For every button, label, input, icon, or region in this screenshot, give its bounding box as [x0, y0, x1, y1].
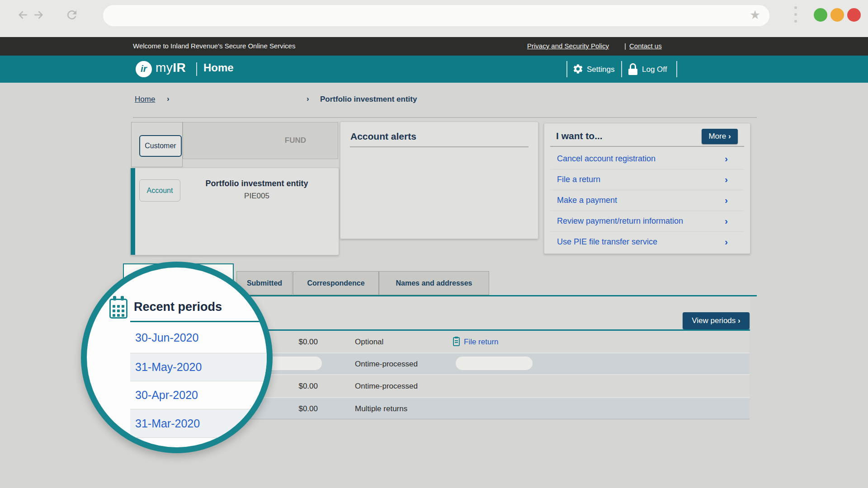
more-label: More	[708, 132, 726, 141]
header-divider	[196, 62, 197, 76]
browser-toolbar: ★	[0, 0, 868, 38]
menu-item-review-payment-return[interactable]: Review payment/return information	[557, 216, 683, 226]
menu-item-cancel-registration[interactable]: Cancel account registration	[557, 154, 656, 164]
logoff-button[interactable]: Log Off	[642, 65, 667, 74]
header-divider	[566, 61, 567, 77]
i-want-to-rule	[550, 146, 744, 147]
reload-icon[interactable]	[65, 8, 79, 22]
banner-separator: |	[624, 42, 626, 50]
ir-logo-icon: ir	[136, 61, 152, 77]
privacy-policy-link[interactable]: Privacy and Security Policy	[527, 42, 609, 50]
contact-us-link[interactable]: Contact us	[629, 42, 662, 50]
page-title: Home	[203, 61, 234, 74]
view-periods-button[interactable]: View periods ›	[683, 312, 750, 329]
account-card-stripe	[131, 168, 135, 255]
period-status: Optional	[355, 338, 383, 347]
file-return-link[interactable]: File return	[464, 338, 499, 347]
header-divider	[621, 61, 622, 77]
breadcrumb-home-link[interactable]: Home	[135, 95, 155, 104]
window-control-green[interactable]	[814, 8, 827, 22]
account-alerts-title: Account alerts	[350, 131, 416, 142]
window-control-yellow[interactable]	[830, 8, 844, 22]
period-date-link[interactable]: 31-Mar-2020	[130, 409, 267, 437]
brand-my: my	[156, 61, 173, 75]
brand-ir: IR	[173, 61, 186, 75]
period-date[interactable]: 31-Mar-2020	[135, 417, 200, 430]
menu-separator	[550, 190, 744, 190]
i-want-to-card: I want to... More › Cancel account regis…	[544, 123, 750, 254]
menu-separator	[550, 169, 744, 169]
view-periods-label: View periods	[692, 316, 736, 325]
account-alerts-rule	[350, 146, 528, 147]
myir-brand: myIR	[156, 61, 186, 75]
magnifier-circle: Recent periods 30-Jun-2020 31-May-2020 3…	[81, 262, 273, 453]
redacted-value	[456, 357, 533, 370]
period-status: Multiple returns	[355, 404, 407, 413]
row-separator	[130, 437, 267, 438]
address-bar[interactable]	[103, 5, 769, 26]
menu-item-file-return[interactable]: File a return	[557, 175, 600, 184]
chevron-right-icon: ›	[725, 153, 728, 164]
breadcrumb-current: Portfolio investment entity	[320, 95, 417, 104]
period-date-link[interactable]: 31-May-2020	[130, 353, 267, 381]
calendar-icon	[109, 299, 127, 319]
menu-item-make-payment[interactable]: Make a payment	[557, 196, 617, 205]
menu-separator	[550, 211, 744, 211]
fund-tab[interactable]: FUND	[183, 122, 338, 159]
account-code: PIE005	[182, 192, 331, 201]
settings-button[interactable]: Settings	[587, 65, 614, 74]
browser-menu-icon[interactable]	[794, 6, 797, 27]
account-name: Portfolio investment entity	[182, 179, 331, 188]
breadcrumb-chevron-icon: ›	[167, 94, 170, 103]
more-button[interactable]: More ›	[702, 129, 738, 144]
breadcrumb-rule	[133, 117, 757, 118]
period-status: Ontime-processed	[355, 382, 418, 391]
customer-button[interactable]: Customer	[139, 135, 182, 157]
clipboard-icon	[453, 337, 460, 346]
period-date-link[interactable]: 30-Apr-2020	[130, 381, 267, 409]
back-icon[interactable]	[16, 8, 30, 22]
welcome-text: Welcome to Inland Revenue's Secure Onlin…	[133, 42, 295, 50]
chevron-right-icon: ›	[725, 174, 728, 185]
header-divider	[676, 61, 677, 77]
period-amount: $0.00	[253, 404, 318, 413]
tab-correspondence[interactable]: Correspondence	[293, 271, 379, 295]
period-date-link[interactable]: 30-Jun-2020	[130, 323, 267, 353]
i-want-to-title: I want to...	[556, 131, 603, 141]
account-card: Account Portfolio investment entity PIE0…	[130, 168, 339, 255]
period-date[interactable]: 30-Jun-2020	[135, 331, 198, 344]
period-date[interactable]: 30-Apr-2020	[135, 389, 198, 402]
forward-icon[interactable]	[32, 8, 45, 22]
chevron-right-icon: ›	[738, 316, 741, 325]
welcome-banner: Welcome to Inland Revenue's Secure Onlin…	[0, 37, 868, 56]
app-header: ir myIR Home Settings Log Off	[0, 56, 868, 83]
menu-item-pie-file-transfer[interactable]: Use PIE file transfer service	[557, 237, 657, 247]
account-button[interactable]: Account	[139, 179, 180, 202]
screenshot-root: ★ Welcome to Inland Revenue's Secure Onl…	[0, 0, 868, 488]
period-date[interactable]: 31-May-2020	[135, 361, 202, 374]
window-control-red[interactable]	[847, 8, 861, 22]
chevron-right-icon: ›	[725, 195, 728, 206]
chevron-right-icon: ›	[728, 132, 731, 141]
chevron-right-icon: ›	[725, 236, 728, 247]
tab-names-addresses[interactable]: Names and addresses	[379, 271, 489, 295]
bookmark-star-icon[interactable]: ★	[750, 8, 760, 22]
period-status: Ontime-processed	[355, 360, 418, 369]
gear-icon	[572, 63, 584, 75]
lock-icon	[628, 63, 637, 75]
recent-periods-title: Recent periods	[134, 300, 222, 314]
recent-periods-underline	[130, 321, 261, 322]
account-alerts-card: Account alerts	[340, 122, 538, 239]
menu-separator	[550, 231, 744, 232]
chevron-right-icon: ›	[725, 216, 728, 226]
breadcrumb-chevron-icon: ›	[307, 94, 309, 103]
